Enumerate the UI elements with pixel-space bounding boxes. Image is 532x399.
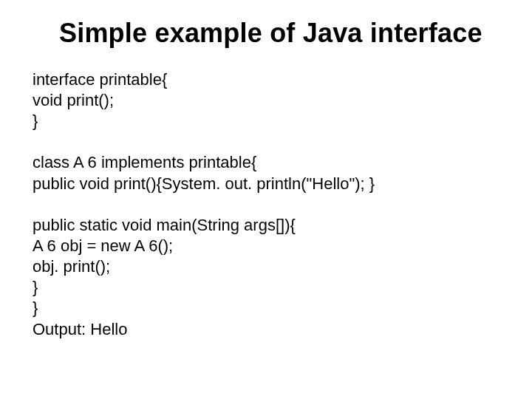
code-line: } (33, 111, 499, 132)
code-body: interface printable{ void print(); } cla… (33, 69, 499, 340)
slide: Simple example of Java interface interfa… (0, 0, 532, 399)
code-line: public void print(){System. out. println… (33, 174, 499, 194)
code-line: interface printable{ (33, 69, 499, 90)
code-paragraph-2: class A 6 implements printable{ public v… (33, 152, 499, 194)
code-line: A 6 obj = new A 6(); (33, 236, 499, 256)
code-paragraph-3: public static void main(String args[]){ … (33, 215, 499, 340)
code-line: obj. print(); (33, 256, 499, 277)
output-line: Output: Hello (33, 319, 499, 340)
code-paragraph-1: interface printable{ void print(); } (33, 69, 499, 132)
code-line: void print(); (33, 90, 499, 111)
code-line: public static void main(String args[]){ (33, 215, 499, 236)
code-line: } (33, 277, 499, 298)
code-line: } (33, 298, 499, 318)
code-line: class A 6 implements printable{ (33, 152, 499, 173)
slide-title: Simple example of Java interface (33, 18, 499, 49)
